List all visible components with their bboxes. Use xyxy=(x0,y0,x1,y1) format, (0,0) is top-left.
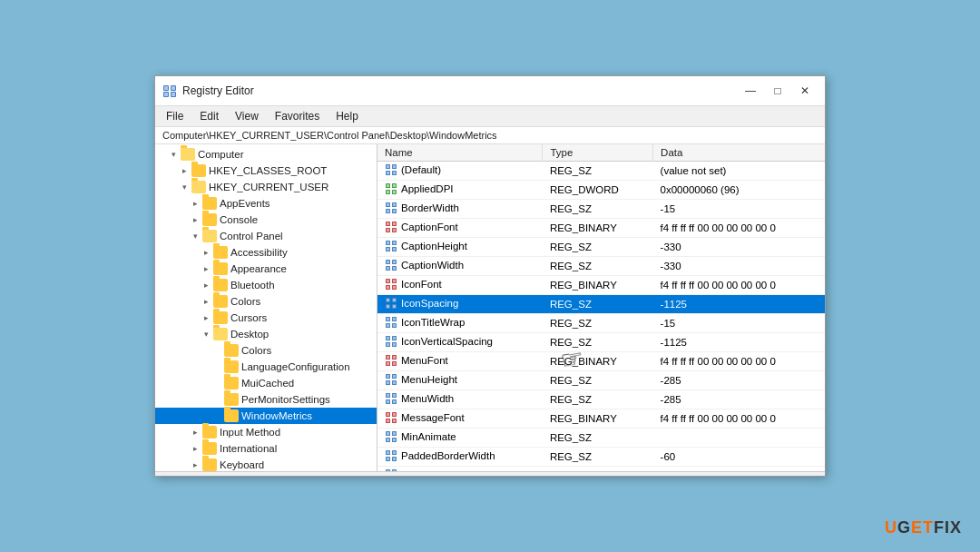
entry-name: CaptionFont xyxy=(377,219,543,238)
watermark-u: U xyxy=(885,518,897,537)
table-row[interactable]: CaptionFontREG_BINARYf4 ff ff ff 00 00 0… xyxy=(377,219,825,238)
tree-item[interactable]: ▸Console xyxy=(155,212,377,228)
tree-item-label: Bluetooth xyxy=(230,280,275,291)
maximize-button[interactable]: □ xyxy=(765,82,790,100)
registry-editor-window: Registry Editor — □ ✕ FileEditViewFavori… xyxy=(154,75,826,477)
svg-rect-78 xyxy=(387,324,389,327)
entry-type-icon xyxy=(385,259,397,271)
entry-data: f4 ff ff ff 00 00 00 00 00 0 xyxy=(653,352,825,371)
entry-name-text: IconSpacing xyxy=(401,298,458,309)
expand-icon: ▸ xyxy=(188,441,202,456)
tree-item[interactable]: ▸Accessibility xyxy=(155,244,377,261)
table-row[interactable]: IconSpacingREG_SZ-1125 xyxy=(377,295,825,314)
tree-item-label: PerMonitorSettings xyxy=(241,394,330,405)
menu-item-edit[interactable]: Edit xyxy=(192,108,226,124)
tree-panel[interactable]: ▾Computer▸HKEY_CLASSES_ROOT▾HKEY_CURRENT… xyxy=(155,144,377,471)
table-row[interactable]: IconTitleWrapREG_SZ-15 xyxy=(377,314,825,333)
tree-item[interactable]: Colors xyxy=(155,342,377,359)
table-row[interactable]: MenuHeightREG_SZ-285 xyxy=(377,371,825,390)
tree-item[interactable]: ▸Bluetooth xyxy=(155,277,377,293)
svg-rect-92 xyxy=(387,356,389,359)
type-column-header[interactable]: Type xyxy=(543,144,653,162)
svg-rect-94 xyxy=(387,362,389,365)
svg-rect-124 xyxy=(387,432,389,435)
svg-rect-15 xyxy=(393,172,396,174)
close-button[interactable]: ✕ xyxy=(792,82,818,100)
entry-type: REG_SZ xyxy=(543,200,653,219)
tree-item[interactable]: LanguageConfiguration xyxy=(155,359,377,375)
table-row[interactable]: BorderWidthREG_SZ-15 xyxy=(377,200,825,219)
folder-icon xyxy=(202,213,217,226)
entry-type-icon xyxy=(385,221,397,233)
table-row[interactable]: CaptionWidthREG_SZ-330 xyxy=(377,257,825,276)
tree-item[interactable]: ▸HKEY_CLASSES_ROOT xyxy=(155,163,377,179)
expand-icon xyxy=(210,409,224,423)
entry-name-text: MenuFont xyxy=(401,355,448,366)
tree-item[interactable]: ▸Colors xyxy=(155,293,377,310)
tree-item[interactable]: ▸International xyxy=(155,440,377,457)
expand-icon: ▾ xyxy=(199,327,213,341)
entry-name-text: IconTitleWrap xyxy=(401,317,465,328)
tree-item[interactable]: MuiCached xyxy=(155,375,377,391)
entry-name: IconTitleWrap xyxy=(377,314,543,333)
table-row[interactable]: PaddedBorderWidthREG_SZ-60 xyxy=(377,448,825,467)
entry-type: REG_BINARY xyxy=(543,219,653,238)
expand-icon: ▸ xyxy=(177,163,191,178)
table-row[interactable]: CaptionHeightREG_SZ-330 xyxy=(377,238,825,257)
table-row[interactable]: MinAnimateREG_SZ xyxy=(377,429,825,448)
expand-icon: ▸ xyxy=(188,425,202,439)
table-row[interactable]: MessageFontREG_BINARYf4 ff ff ff 00 00 0… xyxy=(377,409,825,429)
table-row[interactable]: MenuFontREG_BINARYf4 ff ff ff 00 00 00 0… xyxy=(377,352,825,371)
name-column-header[interactable]: Name xyxy=(377,144,543,162)
tree-item-label: HKEY_CLASSES_ROOT xyxy=(209,165,327,176)
folder-icon xyxy=(213,279,228,291)
entry-type-icon xyxy=(385,392,397,405)
entry-data: f4 ff ff ff 00 00 00 00 00 0 xyxy=(653,276,825,295)
tree-item[interactable]: ▾Desktop xyxy=(155,326,377,342)
entry-type-icon xyxy=(385,354,397,367)
svg-rect-69 xyxy=(393,299,396,301)
tree-item-label: Colors xyxy=(230,296,260,307)
menu-item-favorites[interactable]: Favorites xyxy=(268,108,327,124)
entry-type-icon xyxy=(385,240,397,252)
tree-item[interactable]: ▸Cursors xyxy=(155,310,377,326)
table-row[interactable]: AppliedDPIREG_DWORD0x00000060 (96) xyxy=(377,181,825,200)
table-row[interactable]: (Default)REG_SZ(value not set) xyxy=(377,162,825,181)
svg-rect-133 xyxy=(393,451,396,454)
svg-rect-61 xyxy=(393,280,396,282)
tree-item[interactable]: ▸AppEvents xyxy=(155,195,377,212)
tree-item-label: International xyxy=(220,443,277,454)
menu-item-file[interactable]: File xyxy=(159,108,191,124)
tree-item[interactable]: ▾Computer xyxy=(155,146,377,163)
table-row[interactable]: IconFontREG_BINARYf4 ff ff ff 00 00 00 0… xyxy=(377,276,825,295)
svg-rect-109 xyxy=(393,394,396,397)
entry-name-text: ScrollHeight xyxy=(401,469,457,471)
entry-type: REG_SZ xyxy=(543,429,653,448)
svg-rect-21 xyxy=(393,184,396,187)
svg-rect-46 xyxy=(387,248,389,251)
svg-rect-100 xyxy=(387,375,389,378)
entry-data: -285 xyxy=(653,371,825,390)
entry-data: -15 xyxy=(653,200,825,219)
tree-item[interactable]: ▸Appearance xyxy=(155,261,377,277)
tree-item[interactable]: ▾HKEY_CURRENT_USER xyxy=(155,179,377,195)
svg-rect-101 xyxy=(393,375,396,378)
tree-item[interactable]: PerMonitorSettings xyxy=(155,391,377,408)
table-row[interactable]: IconVerticalSpacingREG_SZ-1125 xyxy=(377,333,825,352)
menu-item-help[interactable]: Help xyxy=(328,108,366,124)
table-row[interactable]: ScrollHeightREG_SZ-255 xyxy=(377,467,825,472)
data-column-header[interactable]: Data xyxy=(653,144,825,162)
svg-rect-79 xyxy=(393,324,396,327)
svg-rect-62 xyxy=(387,286,389,289)
folder-icon xyxy=(202,230,217,242)
entry-type-icon xyxy=(385,297,397,310)
minimize-button[interactable]: — xyxy=(738,82,763,100)
table-row[interactable]: MenuWidthREG_SZ-285 xyxy=(377,390,825,409)
tree-item[interactable]: WindowMetrics xyxy=(155,408,377,424)
tree-item[interactable]: ▸Input Method xyxy=(155,424,377,440)
tree-item[interactable]: ▸Keyboard xyxy=(155,457,377,471)
tree-item[interactable]: ▾Control Panel xyxy=(155,228,377,244)
menu-item-view[interactable]: View xyxy=(228,108,266,124)
entry-name: MenuHeight xyxy=(377,371,543,390)
expand-icon: ▾ xyxy=(177,180,191,194)
